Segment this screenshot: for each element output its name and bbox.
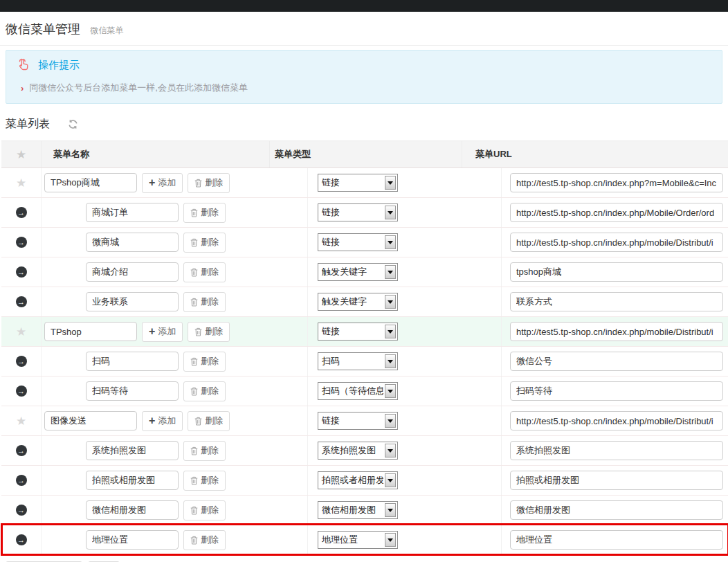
table-row: ★ → +添加 删除 扫码（等待信息） (1, 377, 728, 406)
arrow-right-icon: → (16, 356, 27, 367)
menu-url-input[interactable] (510, 352, 723, 371)
chevron-down-icon (385, 473, 396, 487)
page-title: 微信菜单管理 (6, 22, 80, 36)
tip-text: 同微信公众号后台添加菜单一样,会员在此添加微信菜单 (29, 82, 248, 94)
trash-icon (190, 238, 198, 247)
tip-title: 操作提示 (38, 59, 80, 72)
plus-icon: + (149, 415, 155, 426)
chevron-down-icon (385, 444, 396, 457)
menu-url-input[interactable] (510, 233, 723, 252)
menu-type-select[interactable]: 触发关键字 (318, 293, 398, 311)
plus-icon: + (149, 326, 155, 337)
tip-item: › 同微信公众号后台添加菜单一样,会员在此添加微信菜单 (16, 82, 712, 94)
table-header: ★ 菜单名称 菜单类型 菜单URL (1, 140, 728, 168)
menu-type-select[interactable]: 触发关键字 (318, 263, 398, 281)
table-row: ★ → +添加 删除 拍照或者相册发图 (1, 466, 728, 496)
column-header-type: 菜单类型 (270, 141, 462, 167)
delete-button[interactable]: 删除 (183, 233, 226, 253)
delete-button[interactable]: 删除 (183, 530, 226, 550)
menu-name-input[interactable] (86, 233, 179, 252)
star-icon: ★ (16, 177, 26, 189)
arrow-right-icon: → (16, 296, 27, 307)
menu-name-input[interactable] (86, 530, 179, 550)
menu-url-input[interactable] (510, 471, 723, 490)
chevron-down-icon (385, 176, 396, 190)
refresh-icon (68, 119, 78, 129)
menu-url-input[interactable] (510, 203, 723, 222)
menu-name-input[interactable] (86, 262, 179, 282)
menu-type-select[interactable]: 链接 (318, 323, 398, 341)
chevron-down-icon (385, 325, 396, 338)
menu-name-input[interactable] (86, 500, 179, 520)
delete-button[interactable]: 删除 (183, 500, 226, 520)
menu-name-input[interactable] (86, 292, 179, 311)
menu-url-input[interactable] (510, 530, 723, 550)
arrow-right-icon: → (16, 445, 27, 456)
breadcrumb: 微信菜单 (90, 26, 123, 35)
trash-icon (190, 536, 198, 545)
delete-button[interactable]: 删除 (188, 173, 230, 193)
chevron-down-icon (385, 295, 396, 309)
add-submenu-button[interactable]: +添加 (142, 411, 183, 431)
menu-type-select[interactable]: 链接 (318, 174, 398, 192)
arrow-right-icon: → (16, 266, 27, 278)
chevron-down-icon (385, 206, 396, 219)
trash-icon (190, 446, 198, 455)
delete-button[interactable]: 删除 (183, 262, 226, 282)
table-row: ★ → +添加 删除 链接 (1, 406, 728, 436)
refresh-button[interactable] (68, 119, 78, 129)
table-row: ★ → +添加 删除 链接 (1, 228, 728, 257)
menu-type-select[interactable]: 链接 (318, 412, 398, 430)
chevron-down-icon (385, 354, 396, 368)
delete-button[interactable]: 删除 (183, 292, 226, 312)
menu-name-input[interactable] (86, 471, 179, 490)
menu-url-input[interactable] (510, 500, 723, 520)
plus-icon: + (149, 177, 155, 188)
menu-type-select[interactable]: 系统拍照发图 (318, 442, 398, 460)
menu-url-input[interactable] (510, 441, 723, 460)
menu-url-input[interactable] (510, 262, 723, 282)
menu-type-select[interactable]: 扫码（等待信息） (318, 382, 398, 400)
star-icon: ★ (16, 415, 26, 427)
delete-button[interactable]: 删除 (183, 381, 226, 401)
menu-type-select[interactable]: 拍照或者相册发图 (318, 471, 398, 489)
menu-type-select[interactable]: 微信相册发图 (318, 501, 398, 519)
trash-icon (190, 506, 198, 515)
menu-url-input[interactable] (510, 381, 723, 401)
arrow-right-icon: → (16, 475, 27, 486)
delete-button[interactable]: 删除 (188, 322, 230, 342)
table-row: ★ → +添加 删除 系统拍照发图 (1, 436, 728, 466)
menu-name-input[interactable] (86, 381, 179, 401)
menu-name-input[interactable] (44, 173, 137, 192)
delete-button[interactable]: 删除 (183, 352, 226, 372)
menu-type-select[interactable]: 链接 (318, 203, 398, 221)
menu-url-input[interactable] (510, 173, 723, 192)
tip-box: 操作提示 › 同微信公众号后台添加菜单一样,会员在此添加微信菜单 (6, 50, 722, 104)
menu-name-input[interactable] (86, 441, 179, 460)
delete-button[interactable]: 删除 (183, 471, 226, 491)
delete-button[interactable]: 删除 (188, 411, 230, 431)
table-row: ★ → +添加 删除 链接 (1, 198, 728, 228)
star-icon: ★ (16, 149, 26, 161)
menu-name-input[interactable] (86, 352, 179, 371)
table-row: ★ → +添加 删除 链接 (1, 168, 728, 198)
menu-name-input[interactable] (86, 203, 179, 222)
menu-type-select[interactable]: 链接 (318, 233, 398, 251)
trash-icon (190, 268, 198, 277)
menu-type-select[interactable]: 扫码 (318, 352, 398, 370)
menu-url-input[interactable] (510, 411, 723, 430)
menu-name-input[interactable] (44, 411, 137, 430)
menu-url-input[interactable] (510, 292, 723, 311)
menu-type-select[interactable]: 地理位置 (318, 531, 398, 549)
menu-name-input[interactable] (44, 322, 137, 341)
add-submenu-button[interactable]: +添加 (142, 173, 183, 193)
chevron-down-icon (385, 414, 396, 428)
add-submenu-button[interactable]: +添加 (142, 322, 183, 342)
arrow-right-icon: → (16, 505, 27, 516)
menu-url-input[interactable] (510, 322, 723, 341)
trash-icon (190, 476, 198, 485)
delete-button[interactable]: 删除 (183, 441, 226, 461)
arrow-right-icon: → (16, 534, 27, 545)
delete-button[interactable]: 删除 (183, 203, 226, 223)
chevron-down-icon (385, 265, 396, 279)
